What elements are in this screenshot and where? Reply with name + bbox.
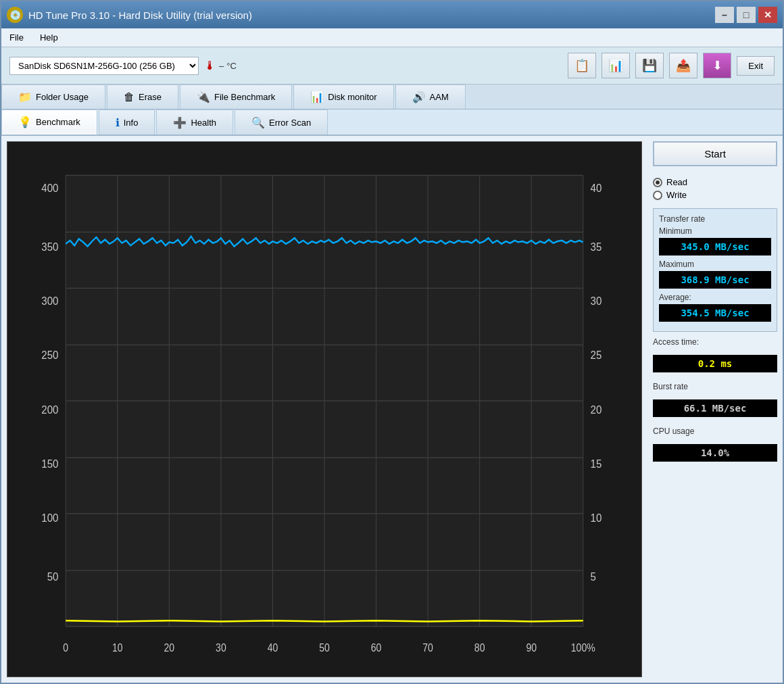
tab-info[interactable]: ℹ Info <box>99 109 155 135</box>
cross-icon: ➕ <box>173 116 187 129</box>
title-bar: 💿 HD Tune Pro 3.10 - Hard Disk Utility (… <box>1 1 783 28</box>
svg-text:100: 100 <box>41 511 58 524</box>
transfer-rate-box: Transfer rate Minimum 345.0 MB/sec Maxim… <box>653 208 777 332</box>
tab-benchmark-label: Benchmark <box>36 117 80 127</box>
exit-button[interactable]: Exit <box>737 56 775 76</box>
tab-disk-monitor-label: Disk monitor <box>328 92 376 102</box>
svg-text:70: 70 <box>422 641 433 654</box>
window-title: HD Tune Pro 3.10 - Hard Disk Utility (tr… <box>28 9 252 21</box>
tab-erase[interactable]: 🗑 Erase <box>107 84 178 109</box>
start-button[interactable]: Start <box>653 141 777 166</box>
minimize-button[interactable]: – <box>715 7 734 23</box>
tab-health-label: Health <box>191 118 216 128</box>
svg-text:60: 60 <box>371 641 382 654</box>
content-area: MB/sec ms trial version 400 350 300 250 … <box>1 136 783 683</box>
write-label: Write <box>666 190 687 200</box>
minimum-label: Minimum <box>659 226 771 236</box>
read-radio[interactable]: Read <box>653 177 777 187</box>
average-value: 354.5 MB/sec <box>659 304 771 322</box>
maximum-value: 368.9 MB/sec <box>659 271 771 289</box>
sidebar: Start Read Write Transfer rate Minimum 3… <box>647 136 783 683</box>
tab-row-2: 💡 Benchmark ℹ Info ➕ Health 🔍 Error Scan <box>1 109 783 136</box>
tab-folder-usage[interactable]: 📁 Folder Usage <box>1 84 105 109</box>
access-time-label: Access time: <box>653 337 777 347</box>
tab-row-1: 📁 Folder Usage 🗑 Erase 🔌 File Benchmark … <box>1 84 783 109</box>
cpu-usage-value: 14.0% <box>653 444 777 462</box>
title-bar-left: 💿 HD Tune Pro 3.10 - Hard Disk Utility (… <box>7 7 252 23</box>
bulb-icon: 💡 <box>18 116 32 128</box>
help-menu[interactable]: Help <box>37 31 61 44</box>
minimum-value: 345.0 MB/sec <box>659 238 771 255</box>
tab-file-benchmark[interactable]: 🔌 File Benchmark <box>180 84 292 109</box>
maximum-label: Maximum <box>659 260 771 269</box>
trash-icon: 🗑 <box>124 91 134 103</box>
svg-text:200: 200 <box>41 403 58 416</box>
svg-text:250: 250 <box>41 348 58 361</box>
write-radio[interactable]: Write <box>653 190 777 200</box>
svg-text:150: 150 <box>41 457 58 470</box>
average-label: Average: <box>659 293 771 302</box>
svg-text:30: 30 <box>591 294 602 307</box>
svg-text:15: 15 <box>591 457 602 470</box>
tab-erase-label: Erase <box>139 92 162 102</box>
tab-info-label: Info <box>124 118 139 128</box>
chart-svg: 400 350 300 250 200 150 100 50 40 35 30 … <box>7 142 641 677</box>
toolbar-btn-2[interactable]: 📊 <box>602 53 630 78</box>
title-controls: – □ ✕ <box>715 7 777 23</box>
tab-aam[interactable]: 🔊 AAM <box>395 84 466 109</box>
svg-text:350: 350 <box>41 240 58 253</box>
tab-file-benchmark-label: File Benchmark <box>214 92 275 102</box>
svg-text:400: 400 <box>41 181 58 194</box>
tab-error-scan[interactable]: 🔍 Error Scan <box>235 109 328 135</box>
svg-text:100%: 100% <box>571 641 595 654</box>
tab-error-scan-label: Error Scan <box>269 118 311 128</box>
access-time-value: 0.2 ms <box>653 355 777 372</box>
disk-selector[interactable]: SanDisk SD6SN1M-256G-100 (256 GB) <box>9 57 199 75</box>
tab-disk-monitor[interactable]: 📊 Disk monitor <box>293 84 393 109</box>
svg-text:10: 10 <box>591 511 602 524</box>
svg-text:25: 25 <box>591 348 602 361</box>
svg-text:50: 50 <box>47 570 59 583</box>
toolbar-btn-1[interactable]: 📋 <box>568 53 596 78</box>
svg-text:50: 50 <box>319 641 330 654</box>
tab-benchmark[interactable]: 💡 Benchmark <box>1 109 97 135</box>
tab-folder-usage-label: Folder Usage <box>36 92 89 102</box>
cpu-usage-label: CPU usage <box>653 426 777 436</box>
svg-text:5: 5 <box>591 570 596 583</box>
temp-unit: °C <box>226 61 237 71</box>
svg-text:20: 20 <box>591 403 602 416</box>
speaker-icon: 🔊 <box>412 91 426 103</box>
read-label: Read <box>666 177 687 187</box>
temp-separator: – <box>219 61 224 71</box>
benchmark-chart: MB/sec ms trial version 400 350 300 250 … <box>7 141 642 677</box>
burst-rate-label: Burst rate <box>653 382 777 391</box>
write-radio-dot <box>653 191 662 200</box>
tab-health[interactable]: ➕ Health <box>156 109 233 135</box>
toolbar-btn-5[interactable]: ⬇ <box>703 53 731 78</box>
folder-icon: 📁 <box>18 91 32 103</box>
toolbar: SanDisk SD6SN1M-256G-100 (256 GB) 🌡 – °C… <box>1 47 783 84</box>
thermometer-icon: 🌡 <box>204 59 216 73</box>
close-button[interactable]: ✕ <box>758 7 777 23</box>
svg-text:0: 0 <box>63 641 68 654</box>
file-menu[interactable]: File <box>7 31 26 44</box>
info-icon: ℹ <box>116 116 120 129</box>
toolbar-btn-4[interactable]: 📤 <box>669 53 697 78</box>
mode-radio-group: Read Write <box>653 174 777 203</box>
transfer-rate-label: Transfer rate <box>659 214 771 224</box>
svg-text:35: 35 <box>591 240 602 253</box>
main-window: 💿 HD Tune Pro 3.10 - Hard Disk Utility (… <box>0 0 784 684</box>
svg-text:30: 30 <box>216 641 226 654</box>
chart-icon: 📊 <box>310 91 324 103</box>
read-radio-dot <box>653 178 662 187</box>
svg-text:40: 40 <box>591 181 602 194</box>
svg-text:300: 300 <box>41 294 58 307</box>
maximize-button[interactable]: □ <box>737 7 756 23</box>
svg-text:10: 10 <box>112 641 123 654</box>
plug-icon: 🔌 <box>197 91 210 103</box>
svg-text:90: 90 <box>526 641 537 654</box>
toolbar-btn-3[interactable]: 💾 <box>635 53 664 78</box>
svg-text:80: 80 <box>474 641 485 654</box>
burst-rate-value: 66.1 MB/sec <box>653 399 777 417</box>
temperature-display: 🌡 – °C <box>204 59 237 73</box>
